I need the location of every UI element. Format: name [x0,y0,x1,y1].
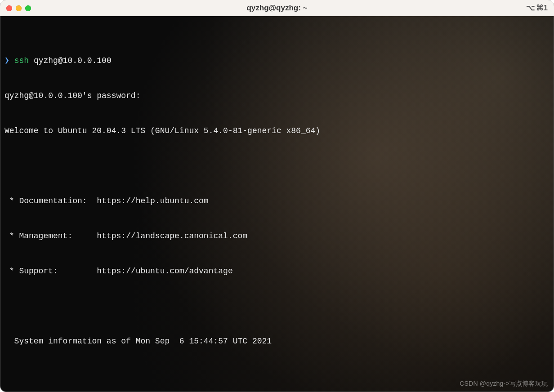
window-title: qyzhg@qyzhg: ~ [0,2,554,14]
terminal-window: qyzhg@qyzhg: ~ ⌥ ⌘1 ❯ ssh qyzhg@10.0.0.1… [0,0,554,392]
terminal-line: Welcome to Ubuntu 20.04.3 LTS (GNU/Linux… [4,125,550,137]
ssh-command: ssh [14,56,29,65]
titlebar: qyzhg@qyzhg: ~ ⌥ ⌘1 [0,0,554,16]
terminal-line [4,160,550,172]
watermark: CSDN @qyzhg->写点博客玩玩 [460,378,548,389]
terminal-line: * Support: https://ubuntu.com/advantage [4,265,550,277]
ssh-args: qyzhg@10.0.0.100 [34,56,112,65]
terminal-line: * Management: https://landscape.canonica… [4,230,550,242]
terminal-line: qyzhg@10.0.0.100's password: [4,90,550,102]
terminal-line: ❯ ssh qyzhg@10.0.0.100 [4,55,550,67]
terminal-line [4,300,550,312]
terminal-line: * Documentation: https://help.ubuntu.com [4,195,550,207]
prompt-arrow-icon: ❯ [4,56,9,65]
terminal-body[interactable]: ❯ ssh qyzhg@10.0.0.100 qyzhg@10.0.0.100'… [0,16,554,392]
terminal-line: System information as of Mon Sep 6 15:44… [4,335,550,347]
